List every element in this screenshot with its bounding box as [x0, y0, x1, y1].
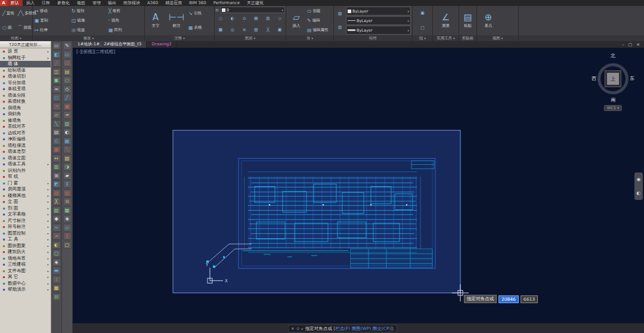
toolbar-icon[interactable]: ▭ [63, 51, 72, 58]
command-option-cpolygon[interactable]: 圈交(CP) [373, 326, 391, 331]
menu-item[interactable]: ▪ 房间屋顶 ▸ [0, 186, 51, 193]
layer-tool-icon[interactable]: ⊙ [239, 16, 250, 21]
toolbar-icon[interactable]: ↔ [52, 155, 61, 162]
ribbon-tab[interactable]: A360 [144, 0, 162, 6]
toolbar-icon[interactable]: ◩ [52, 180, 61, 188]
layer-tool-icon[interactable]: ▦ [215, 27, 226, 32]
command-line[interactable]: ✕ ⊙ ▸ 指定对角点或 [栏选(F) 圈围(WP) 圈交(CP)]: [288, 325, 397, 332]
toolbar-icon[interactable]: ╲ [52, 120, 61, 128]
mirror-button[interactable]: ◫镜像 [71, 18, 106, 23]
menu-item[interactable]: ▪ 识别内外 [0, 168, 51, 174]
toolbar-icon[interactable]: ▩ [63, 206, 72, 214]
ribbon-tab[interactable]: 精选应用 [162, 0, 185, 6]
ribbon-tab[interactable]: 注释 [38, 0, 54, 6]
groups-panel-label[interactable]: 组▾ [413, 35, 432, 41]
wcs-dropdown[interactable]: WCS ▾ [604, 105, 622, 111]
stretch-button[interactable]: ↦拉伸 [34, 27, 69, 33]
navigation-bar[interactable]: ◉ ◐ [634, 172, 643, 200]
layer-tool-icon[interactable]: ◎ [227, 27, 238, 32]
toolbar-icon[interactable]: ◐ [63, 128, 72, 136]
menu-item[interactable]: ▪ 文字表格 ▸ [0, 211, 51, 218]
menu-item[interactable]: ▪ 墙体切割 [0, 73, 51, 80]
ribbon-tab[interactable]: 视图 [73, 0, 89, 6]
toolbar-icon[interactable]: ↕ [63, 180, 72, 188]
base-point-button[interactable]: ⊕基点 [478, 7, 499, 35]
menu-item[interactable]: ▪ 倒墙角 [0, 105, 51, 112]
properties-palette-icon[interactable]: ▥ [338, 25, 342, 30]
toolbar-icon[interactable]: ╳ [63, 232, 72, 240]
toolbar-icon[interactable]: ▣ [52, 76, 61, 84]
command-history-icon[interactable]: ▸ [302, 326, 304, 331]
toolbar-icon[interactable]: ▱ [52, 111, 61, 119]
toolbar-icon[interactable]: ▤ [52, 128, 61, 136]
menu-item[interactable]: ▪ 墙体造型 [0, 149, 51, 155]
ribbon-tab[interactable]: 天正建筑 [243, 0, 267, 6]
menu-item[interactable]: ▪ 边线对齐 [0, 130, 51, 137]
layer-tool-icon[interactable]: ◐ [227, 16, 238, 21]
leader-button[interactable]: ↘引线 [188, 11, 213, 16]
menu-item[interactable]: ▪ 其 它 ▸ [0, 274, 51, 280]
toolbar-icon[interactable]: ▨ [63, 189, 72, 197]
viewcube-north-label[interactable]: 北 [611, 53, 615, 59]
toolbar-icon[interactable]: ✎ [63, 42, 72, 50]
toolbar-icon[interactable]: ≡ [52, 85, 61, 93]
layer-tool-icon[interactable]: ▥ [262, 16, 273, 21]
group-icon[interactable]: ▣ [420, 11, 425, 16]
ribbon-tab[interactable]: 输出 [104, 0, 120, 6]
menu-item[interactable]: ▪ 绘制墙体 [0, 67, 51, 74]
layers-panel-label[interactable]: 图层▾ [215, 35, 286, 41]
command-customize-icon[interactable]: ⊙ [296, 326, 300, 331]
move-button[interactable]: ↔移动 [34, 8, 69, 14]
layer-tool-icon[interactable]: ▤ [251, 16, 262, 21]
properties-panel-label[interactable]: 特性 [334, 35, 412, 41]
menu-item[interactable]: ▪ 符号标注 ▸ [0, 224, 51, 230]
ribbon-tab[interactable]: 默认 [7, 0, 23, 6]
navigation-wheel-icon[interactable]: ◉ [637, 177, 641, 182]
toolbar-icon[interactable]: ◧ [52, 51, 61, 58]
layer-dropdown[interactable]: 0▾ [220, 7, 285, 13]
layer-tool-icon[interactable]: ▣ [274, 27, 285, 32]
menu-item[interactable]: ▪ 墙柱保温 [0, 143, 51, 149]
menu-item[interactable]: ▪ 幕墙转换 [0, 98, 51, 105]
menu-item[interactable]: ▪ 帮助演示 ▸ [0, 286, 51, 293]
toolbar-icon[interactable]: ▬ [52, 267, 61, 275]
array-button[interactable]: ▦阵列 [108, 27, 143, 33]
viewport-controls-label[interactable]: [-][俯视][二维线框] [76, 49, 115, 55]
layer-tool-icon[interactable]: ◇ [274, 16, 285, 21]
menu-item[interactable]: ▪ 图块图案 ▸ [0, 243, 51, 249]
menu-item[interactable]: ▪ 轴网柱子 ▸ [0, 55, 51, 61]
layer-tool-icon[interactable]: ╳ [262, 27, 273, 32]
dynamic-input-x-field[interactable]: 20846 [499, 295, 519, 303]
circle-button[interactable]: ○圆 [1, 21, 16, 35]
viewcube-south-label[interactable]: 南 [611, 97, 615, 103]
menu-item[interactable]: ▪ 双 线 [0, 174, 51, 180]
toolbar-icon[interactable]: ○ [63, 76, 72, 84]
menu-item[interactable]: ▪ 尺寸标注 ▸ [0, 218, 51, 224]
toolbar-icon[interactable]: ◇ [63, 85, 72, 93]
layer-tool-icon[interactable]: ▧ [251, 27, 262, 32]
rotate-button[interactable]: ↻旋转 [71, 8, 106, 14]
toolbar-icon[interactable]: ≡ [63, 111, 72, 119]
menu-item[interactable]: ▪ 三维建模 ▸ [0, 261, 51, 268]
toolbar-icon[interactable]: ◆ [52, 215, 61, 223]
minimize-icon[interactable]: – [622, 42, 624, 47]
ribbon-tab[interactable]: 参数化 [54, 0, 73, 6]
menu-item[interactable]: ▪ 剖 面 ▸ [0, 205, 51, 212]
toolbar-icon[interactable]: ╳ [52, 198, 61, 205]
menu-item[interactable]: ▪ 单线变墙 [0, 86, 51, 92]
toolbar-icon[interactable]: ≈ [52, 224, 61, 232]
block-panel-label[interactable]: 块▾ [286, 35, 333, 41]
document-tab[interactable]: 1#地块-1#、2#楼组合平面图_t3 [73, 41, 147, 48]
toolbar-icon[interactable]: ◐ [52, 241, 61, 249]
toolbar-icon[interactable]: ▥ [52, 163, 61, 171]
toolbar-icon[interactable]: ○ [52, 94, 61, 101]
ribbon-tab[interactable]: 附加模块 [120, 0, 144, 6]
menu-item[interactable]: ▪ 墙体分段 [0, 92, 51, 99]
menu-item[interactable]: ▪ 图层控制 ▸ [0, 230, 51, 237]
edit-attributes-button[interactable]: ▤编辑属性 [306, 27, 332, 33]
dynamic-input-y-field[interactable]: 6613 [521, 295, 538, 303]
fillet-button[interactable]: ◜圆角 [108, 18, 143, 23]
menu-item[interactable]: ▪ 立 面 ▸ [0, 199, 51, 205]
trim-button[interactable]: ╳修剪 [108, 8, 143, 14]
ribbon-tab[interactable]: 插入 [23, 0, 38, 6]
